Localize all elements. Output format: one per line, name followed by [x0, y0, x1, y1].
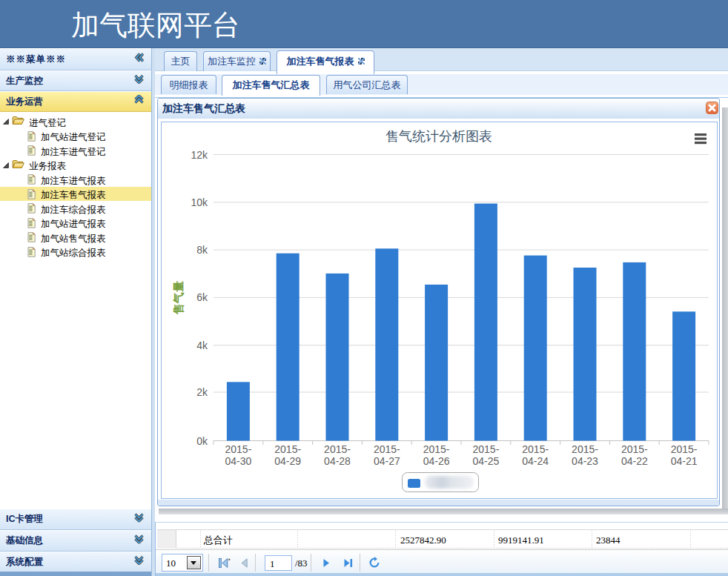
svg-text:12k: 12k: [191, 149, 208, 161]
svg-text:6k: 6k: [196, 291, 208, 303]
svg-text:04-22: 04-22: [621, 455, 648, 467]
svg-text:04-23: 04-23: [572, 455, 598, 467]
svg-text:4k: 4k: [196, 340, 208, 351]
svg-text:2015-: 2015-: [423, 443, 450, 455]
svg-text:04-27: 04-27: [374, 455, 400, 467]
svg-text:04-29: 04-29: [274, 455, 301, 467]
svg-text:2015-: 2015-: [225, 443, 251, 455]
svg-text:2015-: 2015-: [621, 443, 648, 455]
svg-text:2015-: 2015-: [324, 443, 351, 455]
svg-text:2015-: 2015-: [522, 443, 549, 455]
svg-text:0k: 0k: [196, 435, 208, 447]
svg-text:04-30: 04-30: [225, 455, 251, 467]
svg-text:售气统计分析图表: 售气统计分析图表: [385, 129, 492, 144]
svg-text:2015-: 2015-: [374, 443, 400, 455]
svg-text:2015-: 2015-: [572, 443, 598, 455]
svg-text:2k: 2k: [196, 386, 208, 398]
svg-text:04-25: 04-25: [472, 455, 499, 467]
svg-text:04-28: 04-28: [324, 455, 351, 467]
svg-text:04-21: 04-21: [671, 455, 698, 467]
svg-text:04-26: 04-26: [423, 455, 450, 467]
svg-text:04-24: 04-24: [522, 455, 549, 467]
svg-text:2015-: 2015-: [671, 443, 698, 455]
svg-text:8k: 8k: [196, 244, 208, 256]
svg-text:10k: 10k: [191, 196, 208, 208]
svg-text:售气量: 售气量: [172, 281, 185, 315]
svg-text:2015-: 2015-: [472, 443, 499, 455]
svg-text:2015-: 2015-: [274, 443, 301, 455]
